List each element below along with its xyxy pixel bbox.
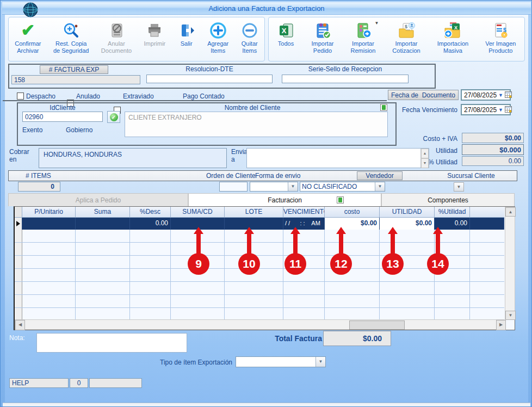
exit-door-icon — [178, 20, 195, 40]
app-window: Adiciona una Factura de Exportacion ✔ Co… — [0, 0, 532, 407]
quitar-items-button[interactable]: Quitar Items — [240, 20, 259, 54]
tipo-item-label: Tipo de ítem Exportación — [152, 359, 232, 366]
orden-cliente-input[interactable] — [219, 182, 248, 192]
scroll-up-icon[interactable]: ▲ — [421, 149, 429, 158]
confirmar-archivar-button[interactable]: ✔ Confirmar Archivar — [14, 20, 42, 54]
vendedor-select[interactable]: NO CLASIFICADO ▼ — [300, 182, 385, 192]
vendedor-label[interactable]: Vendedor — [357, 171, 403, 180]
imprimir-button[interactable]: Imprimir — [143, 20, 167, 47]
todos-button[interactable]: X Todos — [276, 20, 296, 47]
scroll-up-icon[interactable]: ▲ — [505, 207, 516, 217]
despacho-label: Despacho — [26, 92, 55, 100]
factura-exp-input[interactable]: 158 — [11, 75, 140, 84]
serie-sello-input[interactable] — [282, 75, 409, 83]
salir-button[interactable]: Salir — [177, 20, 196, 47]
factura-exp-label[interactable]: # FACTURA EXP — [40, 65, 108, 74]
callout-14: 14 — [427, 227, 449, 275]
column-header: %Desc — [130, 207, 171, 218]
cell-desc-pct[interactable]: 0.00 — [130, 218, 171, 230]
exento-label: Exento — [22, 126, 42, 134]
cell-p-unitario[interactable] — [22, 218, 76, 230]
resolucion-dte-label: Resolucion-DTE — [146, 65, 273, 73]
column-header: UTILIDAD — [380, 207, 435, 218]
tab-facturacion[interactable]: Facturacion — [188, 193, 381, 206]
table-row[interactable] — [15, 282, 504, 295]
chevron-down-icon[interactable]: ▼ — [288, 182, 298, 191]
calendar-icon[interactable] — [505, 90, 512, 100]
grid-vertical-scrollbar[interactable]: ▲ ▼ — [505, 207, 515, 319]
date-dropdown-icon[interactable]: ▼ — [497, 92, 505, 98]
total-factura-label: Total Factura — [264, 334, 322, 343]
grid-horizontal-scrollbar[interactable]: ◀ ▶ — [15, 319, 505, 330]
printer-icon — [146, 20, 163, 40]
sucursal-select-arrow[interactable]: ▼ — [454, 182, 464, 192]
fecha-documento-value[interactable]: 27/08/2025 — [463, 91, 497, 99]
orden-cliente-label: Orden de Cliente — [206, 172, 256, 180]
scroll-down-icon[interactable]: ▼ — [505, 311, 516, 320]
nota-textarea[interactable] — [36, 333, 187, 353]
green-check-circle-icon: ✓ — [110, 113, 118, 121]
nombre-cliente-box[interactable]: CLIENTE EXTRANJERO — [125, 112, 388, 137]
anulado-label: Anulado — [76, 92, 100, 100]
fecha-vencimiento-picker[interactable]: 27/08/2025 ▼ — [461, 104, 511, 115]
table-row[interactable] — [15, 295, 504, 308]
anular-documento-button[interactable]: Anular Documento — [100, 20, 133, 54]
column-header: P/Unitario — [22, 207, 76, 218]
restaurar-copia-button[interactable]: Rest. Copia de Seguridad — [52, 20, 90, 54]
title-bar: Adiciona una Factura de Exportacion — [2, 2, 531, 15]
tipo-item-select[interactable]: ▼ — [236, 356, 326, 367]
cobrar-en-box[interactable]: HONDURAS, HONDURAS — [39, 148, 227, 168]
cell-suma[interactable] — [76, 218, 130, 230]
importacion-masiva-button[interactable]: X Importacion Masiva — [436, 20, 469, 54]
date-dropdown-icon[interactable]: ▼ — [497, 107, 505, 113]
remision-dropdown-icon[interactable]: ▼ — [374, 21, 379, 26]
row-selector-cell[interactable] — [15, 218, 22, 230]
pago-contado-label: Pago Contado — [183, 92, 225, 100]
callout-11: 11 — [284, 227, 306, 275]
tab-aplica-a-pedido[interactable]: Aplica a Pedido — [8, 193, 188, 206]
confirm-client-button[interactable]: ✓ — [107, 111, 120, 123]
costo-iva-value: $0.00 — [462, 133, 524, 143]
enviar-scrollbar[interactable]: ▲ ▼ — [420, 149, 429, 168]
row-pointer-icon — [16, 221, 20, 226]
cell-empty[interactable] — [470, 218, 504, 230]
confirm-check-icon: ✔ — [21, 20, 35, 40]
column-header: VENCIMIENTO — [283, 207, 325, 218]
scroll-left-icon[interactable]: ◀ — [15, 320, 25, 330]
callout-9: 9 — [188, 227, 209, 275]
tab-componentes[interactable]: Componentes — [381, 193, 515, 206]
callout-number: 10 — [238, 253, 260, 275]
green-indicator-icon — [337, 196, 344, 203]
ver-imagen-producto-button[interactable]: $ Ver Imagen Producto — [484, 20, 517, 54]
importar-remision-button[interactable]: ▼ Importar Remision — [349, 20, 376, 54]
importar-pedido-button[interactable]: Importar Pedido — [311, 20, 335, 54]
column-header: Suma — [76, 207, 130, 218]
fecha-documento-picker[interactable]: 27/08/2025 ▼ — [461, 89, 511, 101]
scrollbar-thumb[interactable] — [349, 320, 405, 330]
enviar-a-text[interactable] — [247, 149, 420, 168]
idcliente-input[interactable]: 02960 — [22, 112, 103, 122]
resolucion-dte-input[interactable] — [146, 75, 273, 83]
toolbar-left: ✔ Confirmar Archivar Rest. Copia de Segu… — [8, 17, 265, 61]
scroll-down-icon[interactable]: ▼ — [421, 158, 429, 168]
agregar-items-button[interactable]: Agregar Items — [206, 20, 230, 54]
window-title: Adiciona una Factura de Exportacion — [208, 4, 324, 13]
column-header: LOTE — [225, 207, 283, 218]
fecha-documento-label[interactable]: Fecha de Documento — [388, 90, 459, 100]
fecha-vencimiento-value[interactable]: 27/08/2025 — [463, 106, 497, 114]
remove-circle-icon — [241, 20, 258, 40]
bulk-import-icon: X — [443, 20, 462, 40]
chevron-down-icon[interactable]: ▼ — [316, 357, 325, 367]
green-indicator-icon — [380, 104, 387, 111]
chevron-down-icon[interactable]: ▼ — [375, 182, 385, 191]
window-bottom-edge — [3, 403, 530, 406]
scroll-right-icon[interactable]: ▶ — [496, 320, 506, 330]
svg-text:X: X — [454, 24, 457, 30]
calendar-icon[interactable] — [505, 105, 512, 115]
excel-icon: X — [277, 20, 295, 40]
enviar-a-box[interactable]: ▲ ▼ — [246, 148, 429, 168]
forma-envio-select[interactable]: ▼ — [250, 182, 298, 192]
importar-cotizacion-button[interactable]: $ Importar Cotizacion — [391, 20, 421, 54]
product-image-icon: $ — [492, 20, 509, 40]
despacho-checkbox[interactable] — [17, 92, 24, 100]
